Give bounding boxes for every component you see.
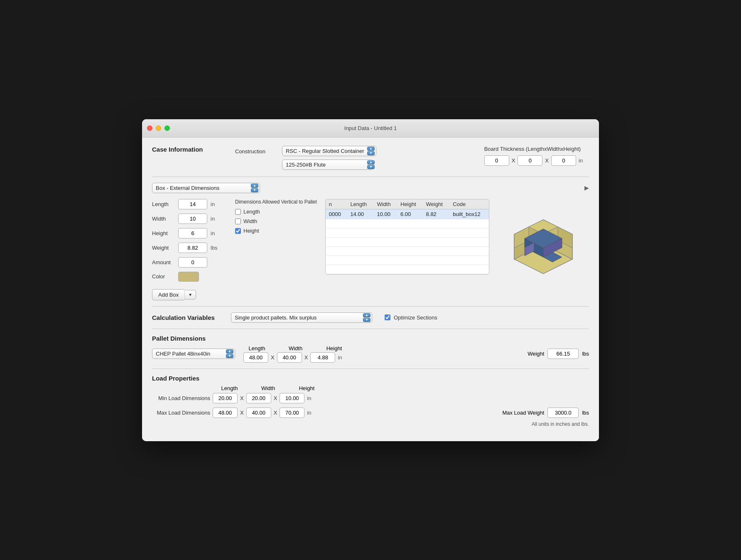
optimize-checkbox-row: Optimize Sections [385, 314, 437, 321]
pallet-length-label: Length [243, 345, 270, 351]
add-box-button[interactable]: Add Box [152, 289, 184, 300]
color-label: Color [152, 273, 175, 280]
add-box-dropdown-arrow[interactable]: ▼ [184, 290, 196, 300]
length-checkbox[interactable] [235, 209, 241, 215]
x-sep-1: X [271, 354, 275, 361]
weight-label: Weight [152, 245, 175, 251]
amount-row: Amount [152, 257, 227, 268]
calc-variables-title: Calculation Variables [152, 314, 218, 321]
calc-variables-section: Calculation Variables Single product pal… [152, 307, 589, 329]
chevron-right-icon[interactable]: ▶ [584, 184, 589, 191]
width-input[interactable] [178, 214, 207, 224]
width-checkbox[interactable] [235, 219, 241, 224]
board-thickness-label: Board Thickness (LengthxWidthxHeight) [484, 146, 589, 152]
box-svg [502, 203, 585, 278]
max-load-weight-input[interactable] [547, 408, 579, 418]
load-properties-title: Load Properties [152, 375, 199, 382]
calc-select[interactable]: Single product pallets. Mix surplus Mult… [231, 312, 372, 323]
pallet-height-label: Height [321, 345, 348, 351]
height-input[interactable] [178, 228, 207, 238]
pallet-weight-unit: lbs [582, 351, 589, 357]
table-row-empty [326, 265, 489, 274]
pallet-height-input[interactable] [310, 352, 335, 363]
length-label: Length [152, 201, 175, 207]
min-height-input[interactable] [280, 393, 304, 403]
min-length-input[interactable] [213, 393, 238, 403]
maximize-button[interactable] [164, 125, 170, 131]
traffic-lights [147, 125, 170, 131]
pallet-weight: Weight lbs [528, 349, 589, 359]
length-checkbox-label: Length [243, 209, 260, 215]
x-sep: X [274, 395, 277, 401]
load-content: Length Width Height Min Load Dimensions … [152, 385, 589, 427]
optimize-checkbox[interactable] [385, 314, 390, 320]
construction-select[interactable]: RSC - Regular Slotted Container HSC - Ha… [282, 146, 376, 156]
col-n: n [326, 199, 347, 209]
max-load-weight-unit: lbs [582, 410, 589, 416]
pallet-select[interactable]: CHEP Pallet 48inx40in GMA Pallet 48inx40… [152, 349, 235, 359]
box-dims-select[interactable]: Box - External Dimensions Box - Internal… [152, 183, 260, 193]
window-title: Input Data - Untitled 1 [344, 125, 397, 131]
weight-input[interactable] [178, 243, 207, 253]
thickness-unit: in [579, 157, 589, 164]
max-length-input[interactable] [213, 408, 238, 418]
pallet-length-input[interactable] [243, 352, 268, 363]
table-row-empty [326, 237, 489, 246]
titlebar: Input Data - Untitled 1 [142, 119, 599, 138]
pallet-content: CHEP Pallet 48inx40in GMA Pallet 48inx40… [152, 345, 589, 363]
table-row-empty [326, 255, 489, 265]
thickness-height-input[interactable] [551, 155, 576, 166]
thickness-length-input[interactable] [484, 155, 509, 166]
box-illustration [498, 199, 589, 282]
construction-dropdowns: RSC - Regular Slotted Container HSC - Ha… [282, 146, 376, 170]
box-data-table: n Length Width Height Weight Code 000014… [326, 199, 489, 274]
box-external-section: Box - External Dimensions Box - Internal… [152, 177, 589, 307]
load-properties-section: Load Properties Length Width Height Min … [152, 369, 589, 433]
height-label: Height [152, 230, 175, 236]
box-main-content: Length in Width in Height in [152, 199, 589, 300]
width-checkbox-row: Width [235, 218, 317, 224]
pallet-dimensions-title: Pallet Dimensions [152, 335, 206, 342]
box-data-table-container: n Length Width Height Weight Code 000014… [325, 199, 489, 275]
load-dim-header: Length Width Height [152, 385, 589, 391]
max-load-weight: Max Load Weight lbs [502, 408, 589, 418]
pallet-weight-label: Weight [528, 351, 544, 357]
optimize-label: Optimize Sections [394, 314, 437, 321]
pallet-select-container: CHEP Pallet 48inx40in GMA Pallet 48inx40… [152, 349, 235, 359]
col-height: Height [397, 199, 423, 209]
construction-label: Construction [235, 148, 265, 155]
length-input[interactable] [178, 199, 207, 209]
length-checkbox-row: Length [235, 209, 317, 215]
pallet-unit: in [338, 354, 348, 361]
max-height-input[interactable] [280, 408, 304, 418]
content-area: Case Information Construction RSC - Regu… [142, 138, 599, 441]
case-info-section: Case Information Construction RSC - Regu… [152, 146, 589, 177]
color-swatch[interactable] [178, 272, 199, 282]
pallet-dim-labels: Length Width Height X X in [243, 345, 348, 363]
amount-input[interactable] [178, 257, 207, 268]
flute-select[interactable]: 125-250#B Flute 200#C Flute 275#BC Flute [282, 160, 373, 170]
minimize-button[interactable] [156, 125, 161, 131]
box-section-header: Box - External Dimensions Box - Internal… [152, 183, 589, 193]
weight-row: Weight lbs [152, 243, 227, 253]
table-row[interactable]: 000014.0010.006.008.82built_box12 [326, 209, 489, 219]
close-button[interactable] [147, 125, 152, 131]
calc-select-container: Single product pallets. Mix surplus Mult… [231, 312, 372, 323]
table-row-empty [326, 219, 489, 228]
pallet-width-input[interactable] [277, 352, 302, 363]
col-code: Code [449, 199, 489, 209]
length-unit: in [211, 201, 221, 207]
col-length: Length [347, 199, 373, 209]
load-height-label: Height [293, 385, 320, 391]
pallet-weight-input[interactable] [547, 349, 579, 359]
thickness-width-input[interactable] [518, 155, 542, 166]
max-width-input[interactable] [246, 408, 271, 418]
height-checkbox[interactable] [235, 228, 241, 234]
min-width-input[interactable] [246, 393, 271, 403]
add-box-button-row: Add Box ▼ [152, 289, 227, 300]
table-cell: 8.82 [423, 209, 450, 219]
max-load-row: Max Load Dimensions X X in [152, 408, 317, 418]
table-cell: 0000 [326, 209, 347, 219]
weight-unit: lbs [211, 245, 221, 251]
x-sep: X [274, 410, 277, 416]
